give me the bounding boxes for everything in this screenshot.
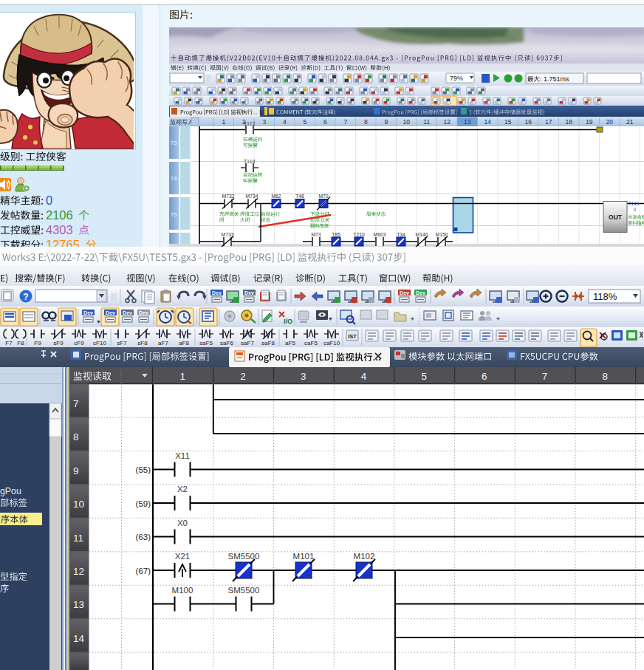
svg-text:7: 7 [542,371,548,382]
svg-text:saF8: saF8 [261,340,275,346]
svg-text:7: 7 [73,398,79,409]
svg-text:12: 12 [73,566,84,577]
svg-text:4303: 4303 [46,223,73,236]
svg-text:I/O: I/O [284,318,292,325]
svg-text:7: 7 [343,118,347,126]
svg-text:20: 20 [606,118,614,126]
svg-text:T85: T85 [332,232,340,237]
svg-text:aF7: aF7 [158,340,168,346]
svg-text:(67): (67) [136,567,151,575]
svg-text:Dev: Dev [244,290,254,295]
svg-text:17: 17 [545,118,552,126]
svg-text:9: 9 [384,118,388,126]
svg-text:Dev: Dev [83,310,93,315]
svg-text:T48: T48 [295,194,304,199]
svg-text:3: 3 [262,118,266,126]
svg-text:F8: F8 [17,340,24,346]
svg-text:M73: M73 [311,232,321,237]
svg-text:M150: M150 [435,232,448,237]
svg-text:2106: 2106 [46,208,73,222]
svg-text:M603: M603 [373,232,386,237]
svg-text:14: 14 [73,633,85,644]
svg-text:M734: M734 [245,194,258,199]
svg-text:caF5: caF5 [304,340,318,346]
svg-text:13: 13 [464,118,471,126]
svg-text:IST: IST [348,333,357,340]
svg-text:M70: M70 [318,194,328,199]
svg-text:73: 73 [171,140,177,146]
svg-text:3: 3 [301,371,306,382]
svg-text:9: 9 [73,465,79,476]
svg-text:aF8: aF8 [179,340,189,346]
svg-text:Dev: Dev [400,290,409,295]
svg-text:M732: M732 [222,194,234,199]
svg-text:8: 8 [602,371,608,382]
svg-text:cF10: cF10 [93,340,106,346]
svg-text:Dev: Dev [139,310,148,315]
svg-text:79%: 79% [450,75,463,82]
svg-text:saF7: saF7 [241,340,254,346]
svg-text:sF7: sF7 [117,340,127,346]
svg-text:SM5500: SM5500 [228,552,260,561]
svg-text:12: 12 [444,118,451,126]
svg-text:M140: M140 [415,232,428,237]
svg-text:16: 16 [525,118,532,126]
svg-text:F7: F7 [5,340,13,346]
svg-text:1: 1 [222,118,225,126]
svg-text:1: 1 [180,371,186,382]
svg-text:Dev: Dev [212,290,222,295]
svg-text:19: 19 [586,118,593,126]
svg-text:13: 13 [73,599,84,610]
svg-text:saF5: saF5 [199,340,213,346]
svg-text:(55): (55) [136,465,151,474]
svg-text:OUT: OUT [609,213,623,221]
svg-text:21: 21 [626,118,634,126]
svg-text:?: ? [23,292,28,302]
svg-text:118%: 118% [593,291,617,302]
svg-text:Dev: Dev [106,310,115,315]
svg-text:Dev: Dev [416,290,425,295]
svg-text:8: 8 [364,118,368,126]
svg-text:M733: M733 [221,232,233,237]
svg-text:F9: F9 [34,340,41,346]
svg-text:X0: X0 [177,519,188,527]
svg-text:18: 18 [566,118,573,126]
svg-text:T34: T34 [397,232,405,237]
svg-text:1.751ms: 1.751ms [544,75,569,83]
svg-text:15: 15 [504,118,512,126]
svg-text:T210: T210 [353,232,365,237]
svg-text:(59): (59) [136,499,151,508]
svg-text:gPou: gPou [0,486,21,496]
svg-text:M101: M101 [293,552,315,561]
svg-text:cF9: cF9 [74,340,84,346]
svg-text:4: 4 [361,371,367,382]
svg-text:4: 4 [283,118,287,126]
svg-text:12765: 12765 [46,238,80,251]
svg-text:X2: X2 [177,485,188,493]
svg-text:saF6: saF6 [220,340,233,346]
svg-text:14: 14 [484,118,492,126]
svg-text:aF5: aF5 [285,340,295,346]
svg-text:2: 2 [240,371,246,382]
svg-text:M62: M62 [271,194,281,199]
svg-text:8: 8 [73,431,79,442]
svg-text:5: 5 [421,371,427,382]
svg-text:6: 6 [482,371,487,382]
svg-text:75: 75 [171,211,177,218]
svg-text:0: 0 [46,194,52,207]
svg-text:M102: M102 [354,552,375,561]
svg-text:11: 11 [73,533,83,544]
svg-text:11: 11 [423,118,430,126]
svg-text:(63): (63) [136,533,151,541]
svg-text:sF9: sF9 [53,340,64,346]
svg-text:X11: X11 [175,451,190,460]
svg-text:SM5500: SM5500 [228,586,260,595]
svg-text:Dev: Dev [123,310,132,315]
svg-text:74: 74 [171,175,177,182]
svg-text:6: 6 [323,118,327,126]
svg-text:10: 10 [403,118,411,126]
svg-text:10: 10 [73,499,84,510]
svg-text:sF8: sF8 [137,340,148,346]
svg-text:caF10: caF10 [323,340,340,346]
svg-text:X21: X21 [175,552,190,561]
